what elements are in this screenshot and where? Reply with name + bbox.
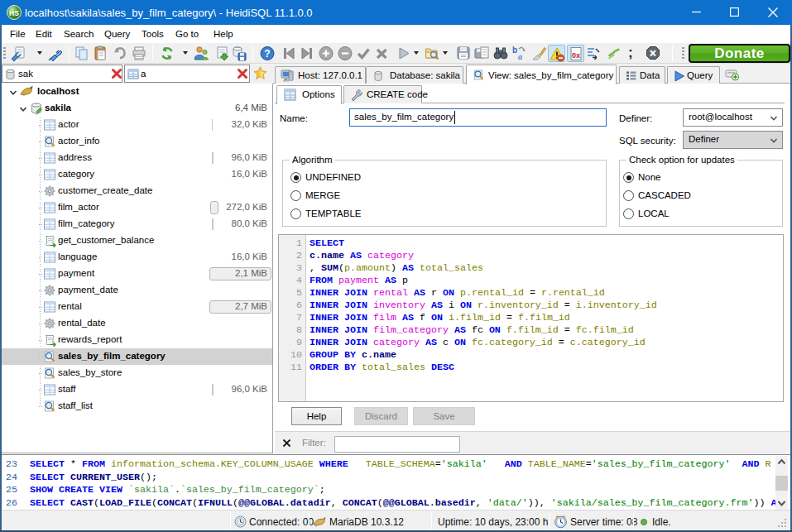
svg-text:HS: HS [9, 9, 19, 17]
svg-text:?: ? [264, 48, 270, 60]
svg-text:a: a [518, 52, 522, 61]
svg-text:0x: 0x [572, 51, 580, 60]
svg-text:b: b [512, 46, 517, 55]
